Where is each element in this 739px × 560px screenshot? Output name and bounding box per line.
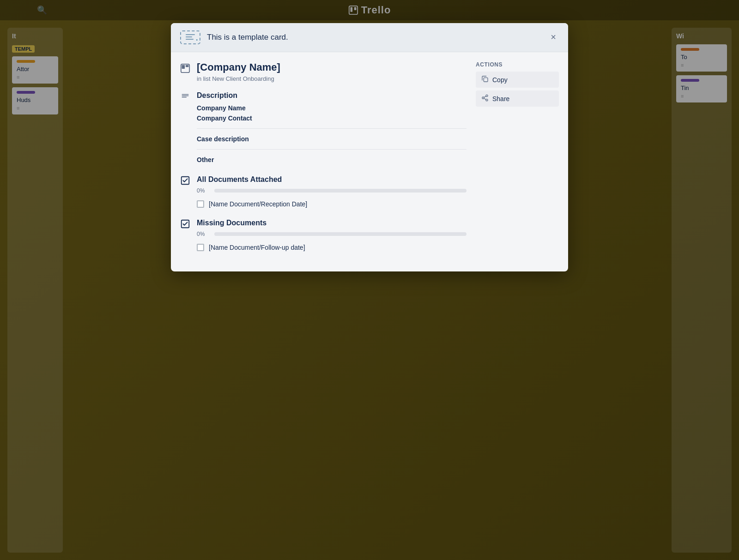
share-button-label: Share (492, 95, 509, 102)
checklist-2-content: Missing Documents 0% [Name Document/Foll… (197, 219, 466, 253)
svg-point-12 (486, 95, 488, 96)
description-section: Description Company Name Company Contact… (180, 91, 466, 166)
checklist-1-progress-pct: 0% (197, 187, 210, 194)
modal-main-content: [Company Name] in list New Client Onboar… (180, 61, 466, 262)
checklist-icon-1 (180, 175, 190, 210)
description-content: Description Company Name Company Contact… (197, 91, 466, 166)
checklist-icon-2 (180, 219, 190, 253)
svg-line-15 (484, 98, 486, 100)
checklist-2-item-1-label: [Name Document/Follow-up date] (209, 244, 305, 251)
desc-field-company-name: Company Name (197, 104, 466, 112)
copy-button[interactable]: Copy (476, 72, 559, 88)
close-button[interactable]: × (546, 30, 561, 44)
checklist-1-progress-row: 0% (197, 187, 466, 194)
share-icon (481, 94, 489, 103)
svg-line-16 (484, 96, 486, 97)
checklist-1-progress-bar-bg (214, 189, 466, 193)
card-board-icon (180, 63, 190, 76)
modal-overlay: This is a template card. × [ (0, 0, 739, 560)
divider-1 (197, 128, 466, 129)
checklist-2-title: Missing Documents (197, 219, 466, 227)
checklist-1-title: All Documents Attached (197, 175, 466, 184)
desc-field-other: Other (197, 156, 466, 163)
checklist-1-item-1-label: [Name Document/Reception Date] (209, 200, 307, 208)
desc-field-company-contact: Company Contact (197, 114, 466, 122)
card-title-info: [Company Name] in list New Client Onboar… (197, 61, 280, 82)
actions-label: ACTIONS (476, 61, 559, 68)
checkbox-2-1[interactable] (197, 244, 204, 251)
svg-rect-4 (182, 65, 185, 69)
copy-button-label: Copy (492, 76, 508, 84)
card-title-section: [Company Name] in list New Client Onboar… (180, 61, 466, 82)
checklist-2-progress-row: 0% (197, 231, 466, 237)
modal-body: [Company Name] in list New Client Onboar… (171, 52, 568, 271)
desc-field-case: Case description (197, 135, 466, 143)
checklist-2-progress-bar-bg (214, 232, 466, 236)
checklist-2-item-1: [Name Document/Follow-up date] (197, 242, 466, 253)
share-button[interactable]: Share (476, 90, 559, 107)
checklist-2-progress-pct: 0% (197, 231, 210, 237)
copy-icon (481, 75, 489, 84)
template-card-icon (180, 30, 200, 44)
checklist-section-2: Missing Documents 0% [Name Document/Foll… (180, 219, 466, 253)
svg-point-13 (482, 97, 484, 99)
template-banner-text: This is a template card. (207, 33, 288, 42)
checklist-section-1: All Documents Attached 0% [Name Document… (180, 175, 466, 210)
checkbox-1-1[interactable] (197, 200, 204, 208)
svg-rect-11 (484, 78, 488, 82)
modal-dialog: This is a template card. × [ (171, 23, 568, 271)
divider-2 (197, 149, 466, 150)
checklist-1-item-1: [Name Document/Reception Date] (197, 199, 466, 210)
modal-sidebar: ACTIONS Copy (476, 61, 559, 262)
description-title: Description (197, 91, 466, 100)
svg-rect-5 (186, 65, 188, 67)
checklist-1-content: All Documents Attached 0% [Name Document… (197, 175, 466, 210)
svg-point-14 (486, 99, 488, 101)
description-icon (180, 92, 190, 166)
card-subtitle: in list New Client Onboarding (197, 75, 280, 82)
card-title: [Company Name] (197, 61, 280, 73)
modal-header: This is a template card. × (171, 23, 568, 52)
